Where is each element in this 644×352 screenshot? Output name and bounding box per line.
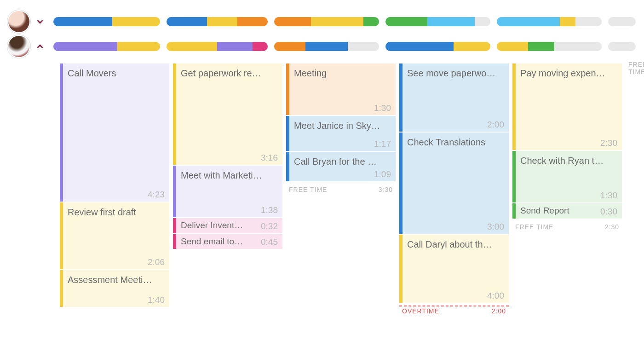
day-bar[interactable] <box>53 42 160 51</box>
task-duration: 4:00 <box>487 291 504 301</box>
summary-bars <box>53 17 644 26</box>
task-card[interactable]: Meet Janice in Sky…1:17 <box>286 116 396 151</box>
bar-segment <box>167 17 207 26</box>
task-title: Send Report <box>520 205 569 217</box>
avatar[interactable] <box>8 11 29 32</box>
day-column: Pay moving expen…2:30Check with Ryan t…1… <box>512 63 622 231</box>
task-card[interactable]: Meeting1:30 <box>286 63 396 115</box>
task-title: Review first draft <box>68 206 165 218</box>
task-title: Call Bryan for the … <box>294 156 391 167</box>
summary-bars <box>53 42 644 51</box>
day-column: See move paperwo…2:00Check Translations3… <box>399 63 509 315</box>
overtime-divider <box>399 306 509 306</box>
bar-segment <box>608 17 636 26</box>
task-title: Check Translations <box>407 136 504 148</box>
task-duration: 1:40 <box>148 295 165 305</box>
task-duration: 1:30 <box>600 190 617 201</box>
task-duration: 1:30 <box>374 103 391 113</box>
day-column: FREE TIME <box>626 63 644 75</box>
chevron-down-icon[interactable] <box>36 17 44 26</box>
task-title: Send email to… <box>181 236 243 248</box>
day-bar[interactable] <box>385 17 490 26</box>
bar-segment <box>53 42 117 51</box>
task-card[interactable]: Send Report0:30 <box>512 203 622 219</box>
task-card[interactable]: Assessment Meeti…1:40 <box>60 270 169 307</box>
bar-segment <box>53 17 112 26</box>
task-title: Pay moving expen… <box>520 67 617 79</box>
task-card[interactable]: Send email to…0:45 <box>173 234 282 249</box>
task-title: Check with Ryan t… <box>520 155 617 167</box>
bar-segment <box>207 17 237 26</box>
task-card[interactable]: Call Bryan for the …1:09 <box>286 152 396 181</box>
day-bar[interactable] <box>274 42 379 51</box>
bar-segment <box>274 42 305 51</box>
task-card[interactable]: Check Translations3:00 <box>399 133 509 234</box>
overtime-footer: OVERTIME2:00 <box>399 307 509 315</box>
bar-segment <box>385 17 427 26</box>
footer-label: OVERTIME <box>402 307 439 315</box>
bar-segment <box>274 17 311 26</box>
task-duration: 3:00 <box>487 222 504 232</box>
footer-label: FREE TIME <box>289 186 327 193</box>
bar-segment <box>475 17 490 26</box>
task-title: Deliver Invent… <box>181 220 243 231</box>
person-row <box>0 34 644 59</box>
avatar[interactable] <box>8 36 29 57</box>
chevron-up-icon[interactable] <box>36 42 44 51</box>
task-duration: 0:32 <box>261 221 278 231</box>
day-bar[interactable] <box>385 42 490 51</box>
task-card[interactable]: Call Movers4:23 <box>60 63 169 202</box>
free-time-footer: FREE TIME <box>626 61 644 75</box>
day-column: Call Movers4:23Review first draft2:06Ass… <box>60 63 169 319</box>
people-summary <box>0 0 644 63</box>
task-duration: 4:23 <box>148 190 165 200</box>
day-bar[interactable] <box>497 42 602 51</box>
day-bar[interactable] <box>167 17 268 26</box>
task-card[interactable]: See move paperwo…2:00 <box>399 63 509 132</box>
footer-value: 3:30 <box>379 186 393 193</box>
bar-segment <box>305 42 347 51</box>
bar-segment <box>497 42 528 51</box>
free-time-footer: FREE TIME2:30 <box>512 223 622 231</box>
footer-value: 2:30 <box>605 223 619 231</box>
task-card[interactable]: Deliver Invent…0:32 <box>173 218 282 233</box>
task-duration: 3:16 <box>261 153 278 163</box>
task-duration: 2:00 <box>487 120 504 130</box>
task-card[interactable]: Review first draft2:06 <box>60 202 169 269</box>
footer-label: FREE TIME <box>628 61 644 75</box>
bar-segment <box>112 17 160 26</box>
task-duration: 0:45 <box>261 237 278 247</box>
bar-segment <box>311 17 363 26</box>
task-columns: Call Movers4:23Review first draft2:06Ass… <box>0 63 644 319</box>
task-card[interactable]: Get paperwork re…3:16 <box>173 63 282 165</box>
day-bar[interactable] <box>167 42 268 51</box>
task-duration: 2:30 <box>600 138 617 148</box>
task-card[interactable]: Pay moving expen…2:30 <box>512 63 622 150</box>
bar-segment <box>560 17 575 26</box>
task-title: Meet Janice in Sky… <box>294 120 391 132</box>
bar-segment <box>554 42 602 51</box>
bar-segment <box>363 17 379 26</box>
task-title: Call Movers <box>68 67 165 79</box>
task-title: Meet with Marketi… <box>181 169 278 181</box>
bar-segment <box>528 42 554 51</box>
day-column: Meeting1:30Meet Janice in Sky…1:17Call B… <box>286 63 396 193</box>
task-duration: 2:06 <box>148 257 165 267</box>
day-bar[interactable] <box>608 17 636 26</box>
task-title: Meeting <box>294 67 391 79</box>
free-time-footer: FREE TIME3:30 <box>286 186 396 193</box>
day-column: Get paperwork re…3:16Meet with Marketi…1… <box>173 63 282 261</box>
task-card[interactable]: Call Daryl about th…4:00 <box>399 235 509 303</box>
day-bar[interactable] <box>274 17 379 26</box>
bar-segment <box>348 42 379 51</box>
task-card[interactable]: Meet with Marketi…1:38 <box>173 166 282 217</box>
task-duration: 1:17 <box>374 139 391 149</box>
bar-segment <box>117 42 160 51</box>
day-bar[interactable] <box>53 17 160 26</box>
day-bar[interactable] <box>497 17 602 26</box>
task-card[interactable]: Check with Ryan t…1:30 <box>512 151 622 202</box>
bar-segment <box>253 42 268 51</box>
day-bar[interactable] <box>608 42 636 51</box>
task-duration: 1:38 <box>261 205 278 215</box>
footer-label: FREE TIME <box>515 223 553 231</box>
